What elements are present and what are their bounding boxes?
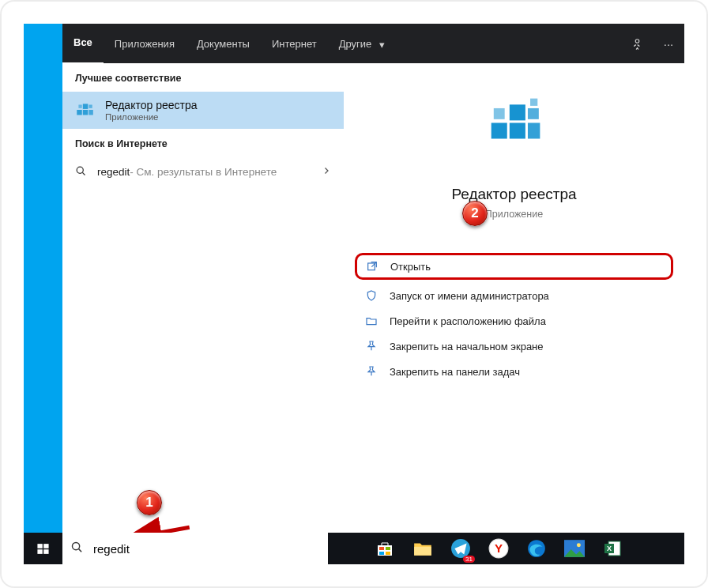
taskbar-photos-icon[interactable] [555,533,593,564]
folder-icon [364,315,378,327]
svg-rect-2 [83,110,88,115]
internet-header: Поиск в Интернете [62,129,344,157]
tab-docs[interactable]: Документы [186,24,261,63]
svg-rect-28 [414,547,431,556]
svg-text:Y: Y [495,541,503,555]
internet-query: regedit [97,166,130,178]
tab-other[interactable]: Другие ▾ [328,24,396,63]
svg-rect-20 [37,549,42,554]
svg-rect-3 [83,104,88,110]
svg-rect-21 [43,549,48,554]
results-pane: Лучшее соответствие Редактор реестра При… [62,63,344,539]
internet-result[interactable]: regedit - См. результаты в Интернете [62,157,344,187]
svg-rect-14 [530,99,537,106]
action-label: Запуск от имени администратора [390,290,549,302]
taskbar-explorer-icon[interactable] [404,533,442,564]
search-icon [70,541,84,557]
svg-rect-4 [88,110,92,115]
svg-rect-10 [509,104,525,120]
svg-rect-11 [527,122,539,138]
svg-rect-1 [77,110,82,115]
start-button[interactable] [24,533,62,564]
svg-rect-6 [78,105,81,108]
preview-subtitle: Приложение [344,209,684,220]
taskbar-store-icon[interactable] [366,533,404,564]
open-icon [365,260,379,273]
chevron-right-icon [322,166,331,178]
search-icon [75,165,89,179]
annotation-badge-2: 2 [462,201,488,226]
app-large-icon [344,95,684,153]
svg-rect-5 [88,105,92,108]
action-label: Открыть [390,261,431,273]
result-subtitle: Приложение [105,112,198,122]
accent-stripe [24,24,62,539]
search-input[interactable] [92,532,328,565]
result-regedit[interactable]: Редактор реестра Приложение [62,92,344,129]
pin-icon [364,340,378,352]
svg-rect-27 [386,552,390,555]
action-label: Перейти к расположению файла [390,315,546,327]
shield-icon [364,289,378,302]
action-open-location[interactable]: Перейти к расположению файла [355,308,673,334]
svg-point-0 [635,39,639,43]
internet-hint: - См. результаты в Интернете [130,166,277,178]
action-open[interactable]: Открыть [355,253,673,280]
svg-rect-25 [386,547,390,550]
svg-rect-13 [493,108,504,119]
taskbar-search[interactable] [62,533,328,564]
more-icon[interactable]: ··· [653,37,684,51]
svg-point-7 [77,167,83,173]
action-pin-start[interactable]: Закрепить на начальном экране [355,334,673,359]
tab-internet[interactable]: Интернет [261,24,328,63]
tab-all[interactable]: Все [62,23,104,65]
svg-rect-18 [37,544,42,548]
action-label: Закрепить на панели задач [390,366,520,378]
svg-point-34 [577,543,581,547]
regedit-icon [73,99,96,121]
chevron-down-icon: ▾ [376,39,385,51]
taskbar-yandex-icon[interactable]: Y [480,533,518,564]
result-title: Редактор реестра [105,99,198,112]
svg-rect-24 [379,547,384,550]
best-match-header: Лучшее соответствие [62,63,344,92]
taskbar: 31 Y X [24,533,684,564]
svg-rect-19 [43,544,48,548]
svg-rect-26 [379,552,384,555]
svg-rect-8 [491,122,507,138]
svg-point-22 [72,542,79,549]
preview-title: Редактор реестра [344,186,684,203]
taskbar-edge-icon[interactable] [518,533,555,564]
feedback-icon[interactable] [621,37,653,51]
svg-text:X: X [607,545,612,552]
search-header: Все Приложения Документы Интернет Другие… [62,24,684,63]
pin-icon [364,365,378,378]
preview-pane: Редактор реестра Приложение Открыть Запу… [344,63,684,539]
action-pin-taskbar[interactable]: Закрепить на панели задач [355,359,673,384]
action-label: Закрепить на начальном экране [390,341,544,352]
taskbar-telegram-icon[interactable]: 31 [442,533,480,564]
svg-rect-9 [509,122,525,138]
tab-apps[interactable]: Приложения [104,24,186,63]
action-run-as-admin[interactable]: Запуск от имени администратора [355,283,673,308]
svg-rect-12 [527,108,538,119]
taskbar-excel-icon[interactable]: X [593,533,631,564]
